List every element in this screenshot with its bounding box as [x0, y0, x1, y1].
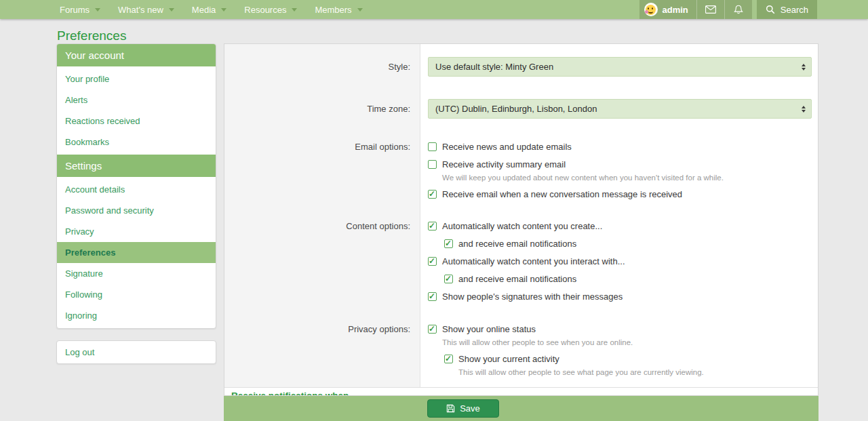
- checkbox-row: and receive email notifications: [428, 235, 818, 252]
- checkbox-interact-email-notifications[interactable]: [444, 275, 453, 283]
- checkbox-row: Automatically watch content you interact…: [428, 252, 818, 270]
- checkbox-row: Receive email when a new conversation me…: [428, 185, 818, 203]
- email-options-label: Email options:: [224, 138, 420, 155]
- checkbox-receive-news[interactable]: [428, 142, 437, 151]
- privacy-options-label: Privacy options:: [224, 320, 420, 338]
- checkbox-label[interactable]: and receive email notifications: [458, 274, 576, 284]
- checkbox-row: Show people's signatures with their mess…: [428, 287, 818, 305]
- main-menu: Forums What's new Media Resources Member…: [60, 0, 380, 19]
- sidebar-item-password-and-security[interactable]: Password and security: [57, 200, 216, 221]
- checkbox-row: Receive news and update emails: [428, 138, 818, 155]
- logout-block: Log out: [56, 340, 216, 364]
- chevron-down-icon: [95, 8, 100, 12]
- sidebar-section-header-settings: Settings: [57, 155, 216, 177]
- checkbox-show-signatures[interactable]: [428, 292, 437, 301]
- floppy-disk-icon: [446, 404, 455, 413]
- checkbox-activity-summary[interactable]: [428, 160, 437, 169]
- magnifier-icon: [766, 5, 775, 14]
- sidebar-item-account-details[interactable]: Account details: [57, 179, 216, 200]
- alerts-button[interactable]: [724, 0, 752, 19]
- style-select[interactable]: Use default style: Minty Green: [428, 57, 812, 77]
- nav-item-label: Forums: [60, 5, 90, 15]
- checkbox-label[interactable]: Show your current activity: [458, 354, 559, 364]
- navbar-user-area: admin Search: [639, 0, 818, 19]
- checkbox-current-activity[interactable]: [444, 355, 453, 363]
- search-button[interactable]: Search: [757, 0, 817, 19]
- search-label: Search: [781, 5, 808, 15]
- sidebar-item-following[interactable]: Following: [57, 284, 216, 305]
- preferences-panel: Style: Use default style: Minty Green Ti…: [224, 43, 818, 396]
- chevron-down-icon: [357, 8, 363, 12]
- username-label: admin: [663, 5, 688, 15]
- nav-item-forums[interactable]: Forums: [60, 5, 100, 15]
- nav-item-label: What's new: [118, 5, 163, 15]
- style-select-value: Use default style: Minty Green: [435, 62, 553, 72]
- nav-item-label: Media: [192, 5, 216, 15]
- bell-icon: [734, 5, 743, 15]
- checkbox-label[interactable]: Receive email when a new conversation me…: [442, 189, 682, 199]
- chevron-down-icon: [169, 8, 174, 12]
- checkbox-hint: We will keep you updated about new conte…: [428, 173, 818, 185]
- checkbox-label[interactable]: Receive activity summary email: [442, 159, 566, 169]
- checkbox-label[interactable]: Automatically watch content you interact…: [442, 256, 625, 266]
- sidebar-item-reactions-received[interactable]: Reactions received: [57, 111, 216, 132]
- checkbox-online-status[interactable]: [428, 325, 437, 334]
- timezone-select[interactable]: (UTC) Dublin, Edinburgh, Lisbon, London: [428, 99, 812, 119]
- save-bar: Save: [224, 396, 818, 421]
- checkbox-label[interactable]: Show people's signatures with their mess…: [442, 292, 623, 302]
- checkbox-row: Receive activity summary email: [428, 155, 818, 173]
- top-navbar: Forums What's new Media Resources Member…: [0, 0, 868, 19]
- nav-item-label: Members: [315, 5, 351, 15]
- checkbox-label[interactable]: Automatically watch content you create..…: [442, 221, 602, 231]
- sidebar-item-privacy[interactable]: Privacy: [57, 221, 216, 242]
- checkbox-create-email-notifications[interactable]: [444, 239, 453, 248]
- checkbox-label[interactable]: and receive email notifications: [458, 239, 576, 249]
- nav-item-media[interactable]: Media: [192, 5, 226, 15]
- user-avatar: [644, 3, 658, 16]
- save-button-label: Save: [460, 403, 480, 414]
- select-updown-icon: [802, 106, 806, 113]
- checkbox-row: Show your current activity: [428, 350, 818, 367]
- nav-item-whats-new[interactable]: What's new: [118, 5, 174, 15]
- logout-button[interactable]: Log out: [57, 341, 216, 363]
- checkbox-row: Show your online status: [428, 320, 818, 338]
- page-title: Preferences: [57, 28, 126, 43]
- chevron-down-icon: [292, 8, 297, 12]
- sidebar-list: Account details Password and security Pr…: [57, 177, 216, 328]
- sidebar-item-bookmarks[interactable]: Bookmarks: [57, 132, 216, 153]
- account-sidebar: Your account Your profile Alerts Reactio…: [56, 43, 216, 364]
- panel-divider: [224, 387, 818, 388]
- nav-item-label: Resources: [244, 5, 286, 15]
- sidebar-item-signature[interactable]: Signature: [57, 263, 216, 284]
- checkbox-row: Automatically watch content you create..…: [428, 217, 818, 235]
- sidebar-section-header-your-account: Your account: [57, 44, 216, 66]
- checkbox-watch-interact[interactable]: [428, 257, 437, 266]
- content-options-label: Content options:: [224, 217, 420, 235]
- checkbox-row: and receive email notifications: [428, 270, 818, 287]
- conversations-button[interactable]: [696, 0, 724, 19]
- nav-item-members[interactable]: Members: [315, 5, 362, 15]
- envelope-icon: [705, 5, 716, 14]
- checkbox-conversation-email[interactable]: [428, 190, 437, 199]
- checkbox-hint: This will allow other people to see what…: [428, 367, 818, 380]
- sidebar-nav-block: Your account Your profile Alerts Reactio…: [56, 43, 216, 329]
- checkbox-label[interactable]: Show your online status: [442, 324, 536, 334]
- nav-item-resources[interactable]: Resources: [244, 5, 297, 15]
- style-label: Style:: [224, 57, 420, 77]
- timezone-select-value: (UTC) Dublin, Edinburgh, Lisbon, London: [435, 104, 597, 114]
- smiley-avatar-icon: [646, 5, 656, 15]
- sidebar-item-preferences[interactable]: Preferences: [57, 242, 216, 263]
- section-heading-clipped: Receive notifications when…: [231, 390, 358, 396]
- sidebar-item-your-profile[interactable]: Your profile: [57, 68, 216, 89]
- sidebar-item-ignoring[interactable]: Ignoring: [57, 305, 216, 326]
- save-button[interactable]: Save: [427, 399, 499, 418]
- sidebar-item-alerts[interactable]: Alerts: [57, 89, 216, 111]
- checkbox-hint: This will allow other people to see when…: [428, 338, 818, 350]
- user-account-button[interactable]: admin: [639, 0, 696, 19]
- select-updown-icon: [802, 64, 806, 71]
- checkbox-label[interactable]: Receive news and update emails: [442, 142, 572, 152]
- chevron-down-icon: [221, 8, 226, 12]
- checkbox-watch-create[interactable]: [428, 222, 437, 230]
- timezone-label: Time zone:: [224, 99, 420, 119]
- sidebar-list: Your profile Alerts Reactions received B…: [57, 66, 216, 155]
